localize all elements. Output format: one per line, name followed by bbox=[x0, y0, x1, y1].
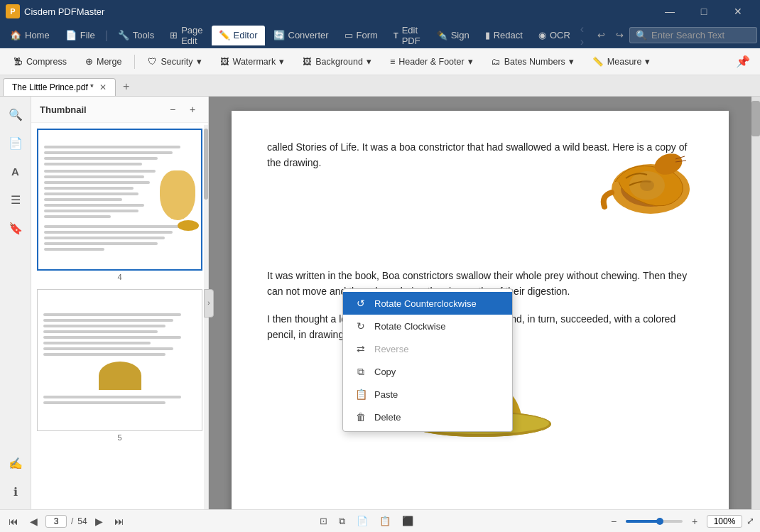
compress-icon: 🗜 bbox=[13, 57, 23, 67]
bates-numbers-icon: 🗂 bbox=[492, 57, 501, 67]
bates-numbers-label: Bates Numbers bbox=[504, 57, 565, 67]
two-page-button[interactable]: 📋 bbox=[376, 514, 394, 528]
single-page-button[interactable]: 📄 bbox=[353, 514, 371, 528]
ctx-delete[interactable]: 🗑 Delete bbox=[343, 406, 512, 428]
menu-redact[interactable]: ▮ Redact bbox=[478, 26, 530, 45]
measure-button[interactable]: 📏 Measure ▾ bbox=[585, 52, 658, 72]
ctx-rotate-ccw-label: Rotate Counterclockwise bbox=[374, 298, 477, 309]
sidebar-bookmark[interactable]: 🔖 bbox=[4, 216, 28, 240]
zoom-level-input[interactable] bbox=[707, 515, 742, 528]
nav-last-button[interactable]: ⏭ bbox=[112, 514, 127, 529]
menu-converter[interactable]: 🔄 Converter bbox=[266, 26, 336, 45]
sidebar-sign[interactable]: ✍ bbox=[4, 451, 28, 475]
undo-button[interactable]: ↩ bbox=[592, 27, 609, 44]
zoom-slider-fill bbox=[626, 520, 660, 523]
toolbar-sep-1 bbox=[134, 55, 135, 69]
sidebar-text[interactable]: A bbox=[4, 159, 28, 183]
menu-edit-pdf[interactable]: T Edit PDF bbox=[386, 26, 428, 45]
rotate-ccw-icon: ↺ bbox=[354, 297, 367, 310]
content-scrollbar-thumb bbox=[751, 101, 760, 136]
search-box[interactable]: 🔍 Enter Search Text bbox=[629, 27, 757, 43]
reverse-icon: ⇄ bbox=[354, 342, 367, 355]
menu-tools[interactable]: 🔧 Tools bbox=[111, 26, 161, 45]
menu-ocr-label: OCR bbox=[550, 30, 570, 40]
continuous-button[interactable]: ⬛ bbox=[398, 514, 417, 528]
close-button[interactable]: ✕ bbox=[722, 0, 754, 23]
nav-prev-button[interactable]: ◀ bbox=[26, 514, 41, 529]
converter-icon: 🔄 bbox=[273, 30, 285, 40]
thumbnail-scrollbar-thumb bbox=[204, 129, 208, 200]
menu-sign[interactable]: ✒️ Sign bbox=[429, 26, 477, 45]
panel-collapse-handle[interactable]: › bbox=[204, 289, 214, 317]
zoom-slider-thumb[interactable] bbox=[656, 518, 663, 525]
fit-page-button[interactable]: ⊡ bbox=[316, 514, 331, 528]
fit-width-button[interactable]: ⧉ bbox=[335, 514, 349, 528]
compress-label: Compress bbox=[26, 57, 67, 67]
ctx-paste[interactable]: 📋 Paste bbox=[343, 383, 512, 406]
ctx-delete-label: Delete bbox=[374, 412, 401, 423]
menu-ocr[interactable]: ◉ OCR bbox=[531, 26, 577, 45]
edit-pdf-icon: T bbox=[393, 31, 398, 40]
menu-home[interactable]: 🏠 Home bbox=[3, 26, 57, 45]
ctx-copy[interactable]: ⧉ Copy bbox=[343, 360, 512, 383]
ctx-rotate-cw[interactable]: ↻ Rotate Clockwise bbox=[343, 315, 512, 337]
page-separator: / bbox=[71, 516, 73, 526]
tab-close-button[interactable]: ✕ bbox=[99, 82, 107, 92]
current-page-input[interactable] bbox=[45, 515, 67, 528]
background-dropdown-icon: ▾ bbox=[367, 56, 371, 67]
watermark-label: Watermark bbox=[233, 57, 276, 67]
bates-numbers-button[interactable]: 🗂 Bates Numbers ▾ bbox=[484, 52, 582, 72]
zoom-slider[interactable] bbox=[626, 520, 683, 523]
compress-button[interactable]: 🗜 Compress bbox=[6, 52, 75, 72]
redo-button[interactable]: ↪ bbox=[611, 27, 628, 44]
sidebar-info[interactable]: ℹ bbox=[4, 479, 28, 504]
background-button[interactable]: 🖼 Background ▾ bbox=[295, 52, 379, 72]
zoom-out-button[interactable]: − bbox=[606, 514, 621, 529]
thumbnail-page-5[interactable]: 5 bbox=[37, 289, 202, 444]
ctx-rotate-ccw[interactable]: ↺ Rotate Counterclockwise bbox=[343, 292, 512, 315]
minimize-button[interactable]: — bbox=[653, 0, 686, 23]
thumbnail-scrollbar[interactable] bbox=[204, 125, 208, 509]
add-tab-button[interactable]: + bbox=[119, 79, 134, 94]
window-controls: — □ ✕ bbox=[653, 0, 754, 23]
pdf-text-1: called Stories of Life. It was a boa con… bbox=[267, 139, 693, 171]
thumbnail-title: Thumbnail bbox=[40, 104, 165, 115]
tools-icon: 🔧 bbox=[118, 30, 129, 40]
header-footer-button[interactable]: ≡ Header & Footer ▾ bbox=[382, 52, 481, 72]
thumbnail-zoom-in[interactable]: + bbox=[185, 102, 200, 116]
expand-icon[interactable]: ⤢ bbox=[747, 516, 754, 526]
merge-button[interactable]: ⊕ Merge bbox=[77, 52, 129, 72]
ocr-icon: ◉ bbox=[538, 30, 546, 40]
sidebar-list[interactable]: ☰ bbox=[4, 188, 28, 212]
title-bar: P Cisdem PDFMaster — □ ✕ bbox=[0, 0, 760, 23]
pin-button[interactable]: 📌 bbox=[732, 52, 754, 71]
menu-page-edit[interactable]: ⊞ Page Edit bbox=[163, 26, 210, 45]
menu-form[interactable]: ▭ Form bbox=[337, 26, 385, 45]
thumb-page-num-4: 4 bbox=[37, 271, 202, 283]
menu-edit-pdf-label: Edit PDF bbox=[402, 25, 420, 46]
content-scrollbar[interactable] bbox=[751, 97, 760, 509]
menu-file[interactable]: 📄 File bbox=[58, 26, 102, 45]
menu-file-label: File bbox=[80, 30, 95, 40]
nav-first-button[interactable]: ⏮ bbox=[6, 514, 21, 529]
delete-icon: 🗑 bbox=[354, 411, 367, 423]
menu-editor[interactable]: ✏️ Editor bbox=[212, 26, 265, 45]
security-icon: 🛡 bbox=[148, 57, 157, 67]
logo-icon: P bbox=[6, 4, 20, 18]
thumbnail-zoom-out[interactable]: − bbox=[165, 102, 180, 116]
security-button[interactable]: 🛡 Security ▾ bbox=[140, 52, 209, 72]
watermark-button[interactable]: 🖼 Watermark ▾ bbox=[212, 52, 293, 72]
tab-bar: The Little Prince.pdf * ✕ + bbox=[0, 75, 760, 97]
toolbar: 🗜 Compress ⊕ Merge 🛡 Security ▾ 🖼 Waterm… bbox=[0, 48, 760, 75]
maximize-button[interactable]: □ bbox=[688, 0, 720, 23]
main-tab[interactable]: The Little Prince.pdf * ✕ bbox=[3, 78, 116, 96]
thumbnail-scroll-area[interactable]: 4 bbox=[31, 123, 208, 509]
paste-icon: 📋 bbox=[354, 388, 367, 401]
sidebar-search[interactable]: 🔍 bbox=[4, 102, 28, 126]
watermark-icon: 🖼 bbox=[220, 57, 229, 67]
zoom-in-button[interactable]: + bbox=[687, 514, 702, 529]
thumbnail-page-4[interactable]: 4 bbox=[37, 129, 202, 283]
nav-next-button[interactable]: ▶ bbox=[92, 514, 107, 529]
menu-sign-label: Sign bbox=[451, 30, 469, 40]
sidebar-page[interactable]: 📄 bbox=[4, 131, 28, 155]
